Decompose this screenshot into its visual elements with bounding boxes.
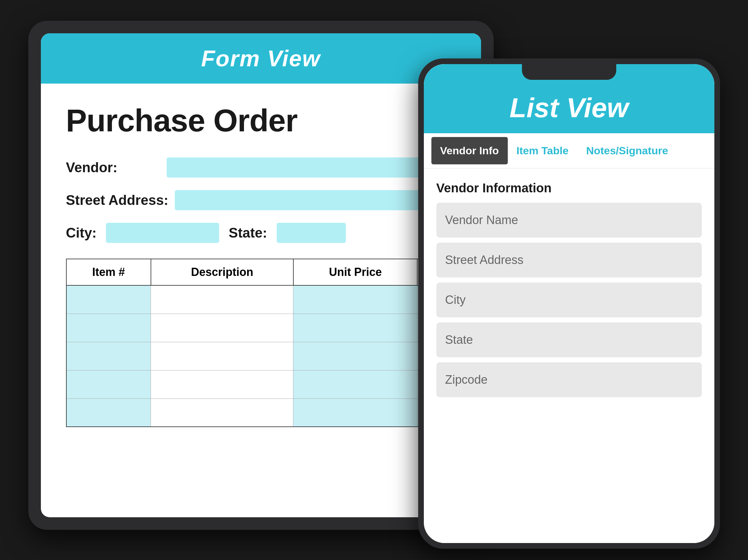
city-input[interactable] bbox=[106, 223, 219, 243]
list-item-city[interactable]: City bbox=[437, 283, 702, 317]
cell[interactable] bbox=[294, 314, 417, 342]
tab-notes-signature[interactable]: Notes/Signature bbox=[577, 137, 677, 164]
scene: Form View Purchase Order Vendor: Street … bbox=[28, 21, 720, 539]
cell[interactable] bbox=[294, 342, 417, 370]
table-row bbox=[66, 398, 455, 427]
list-item-vendor-name[interactable]: Vendor Name bbox=[437, 203, 702, 238]
table-row bbox=[66, 314, 455, 342]
cell[interactable] bbox=[294, 285, 417, 314]
tablet-header: Form View bbox=[41, 33, 481, 83]
cell[interactable] bbox=[151, 370, 294, 398]
tablet-inner: Form View Purchase Order Vendor: Street … bbox=[41, 33, 481, 517]
section-title: Vendor Information bbox=[437, 181, 702, 195]
cell[interactable] bbox=[66, 314, 151, 342]
list-item-street-address[interactable]: Street Address bbox=[437, 243, 702, 277]
street-address-input[interactable] bbox=[175, 190, 456, 210]
phone-inner: List View Vendor Info Item Table Notes/S… bbox=[424, 64, 715, 543]
list-item-zipcode[interactable]: Zipcode bbox=[437, 362, 702, 397]
table-row bbox=[66, 342, 455, 370]
zipcode-field-label: Zipcode bbox=[445, 373, 488, 386]
city-field-label: City bbox=[445, 293, 466, 307]
vendor-row: Vendor: bbox=[66, 157, 456, 177]
street-address-label: Street Address: bbox=[66, 192, 168, 208]
col-header-unit-price: Unit Price bbox=[294, 259, 417, 285]
cell[interactable] bbox=[66, 285, 151, 314]
col-header-item-num: Item # bbox=[66, 259, 151, 285]
tab-item-table[interactable]: Item Table bbox=[508, 137, 578, 164]
cell[interactable] bbox=[151, 314, 294, 342]
phone-notch bbox=[522, 64, 616, 80]
city-label: City: bbox=[66, 225, 97, 241]
cell[interactable] bbox=[151, 285, 294, 314]
phone-device: List View Vendor Info Item Table Notes/S… bbox=[418, 58, 720, 549]
tablet-body: Purchase Order Vendor: Street Address: C… bbox=[41, 83, 481, 440]
tab-vendor-info[interactable]: Vendor Info bbox=[431, 137, 508, 164]
vendor-name-field-label: Vendor Name bbox=[445, 213, 518, 226]
phone-screen: List View Vendor Info Item Table Notes/S… bbox=[424, 64, 715, 543]
phone-view-title: List View bbox=[509, 92, 628, 124]
cell[interactable] bbox=[294, 370, 417, 398]
state-input[interactable] bbox=[277, 223, 346, 243]
cell[interactable] bbox=[151, 398, 294, 427]
cell[interactable] bbox=[151, 342, 294, 370]
vendor-label: Vendor: bbox=[66, 160, 160, 175]
document-title: Purchase Order bbox=[66, 102, 456, 139]
vendor-input[interactable] bbox=[167, 157, 456, 177]
tablet-screen: Form View Purchase Order Vendor: Street … bbox=[41, 33, 481, 517]
state-label: State: bbox=[229, 225, 267, 241]
city-state-row: City: State: bbox=[66, 223, 456, 243]
cell[interactable] bbox=[294, 398, 417, 427]
col-header-description: Description bbox=[151, 259, 294, 285]
phone-tabs: Vendor Info Item Table Notes/Signature bbox=[424, 133, 715, 168]
phone-body: Vendor Information Vendor Name Street Ad… bbox=[424, 168, 715, 415]
cell[interactable] bbox=[66, 342, 151, 370]
street-address-row: Street Address: bbox=[66, 190, 456, 210]
state-field-label: State bbox=[445, 333, 473, 346]
list-item-state[interactable]: State bbox=[437, 322, 702, 357]
table-row bbox=[66, 370, 455, 398]
cell[interactable] bbox=[66, 370, 151, 398]
tablet-view-title: Form View bbox=[201, 46, 320, 71]
cell[interactable] bbox=[66, 398, 151, 427]
street-address-field-label: Street Address bbox=[445, 253, 523, 267]
item-table: Item # Description Unit Price Q bbox=[66, 259, 456, 427]
table-row bbox=[66, 285, 455, 314]
